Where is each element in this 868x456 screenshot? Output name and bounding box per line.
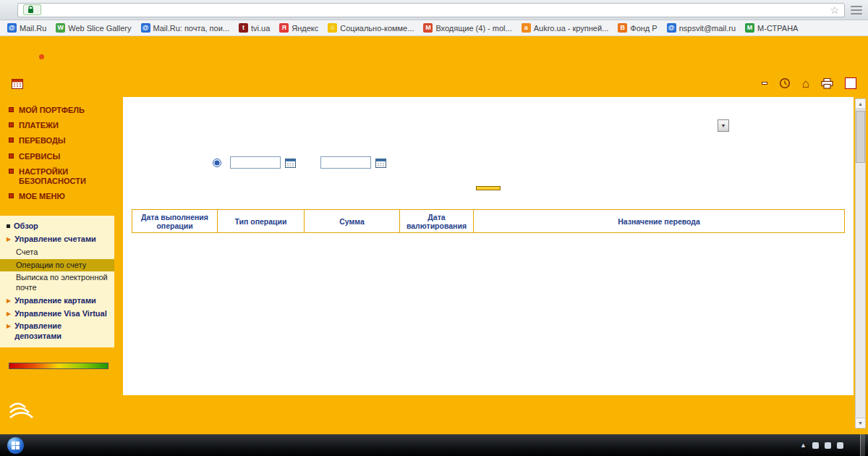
bookmark-item[interactable]: М М-СТРАНА: [745, 23, 798, 33]
date-range-radio[interactable]: [213, 159, 221, 167]
arrow-right-icon: ▶: [7, 323, 11, 330]
bullet-icon: [9, 193, 14, 198]
sidebar-submenu-item[interactable]: ▶ Управление счетами: [0, 233, 114, 246]
bookmark-item[interactable]: ☺ Социально-комме...: [328, 23, 414, 33]
bookmark-item[interactable]: t tvi.ua: [239, 23, 270, 33]
sidebar-menu-item[interactable]: МОЕ МЕНЮ: [0, 189, 123, 204]
system-tray: ▲: [800, 442, 856, 449]
bookmark-favicon-icon: W: [56, 23, 65, 33]
calendar-icon: [12, 78, 23, 89]
bookmark-item[interactable]: Я Яндекс: [279, 23, 318, 33]
arrow-right-icon: ▶: [7, 236, 11, 243]
taskbar: ▲: [0, 434, 868, 456]
bullet-icon: [9, 107, 14, 112]
sidebar-submenu: ▶ Обзор ▶ Управление счетами ▶: [0, 216, 114, 347]
date-to-calendar-icon[interactable]: [375, 158, 386, 168]
bookmark-item[interactable]: @ Mail.Ru: [7, 23, 46, 33]
arrow-right-icon: ▶: [7, 311, 11, 318]
sidebar-submenu-item[interactable]: ▶ Обзор: [0, 220, 114, 233]
scrollbar[interactable]: ▲ ▼: [855, 98, 866, 428]
date-to-input[interactable]: [320, 156, 371, 169]
ev-certificate-badge[interactable]: [23, 4, 41, 15]
bookmark-item[interactable]: W Web Slice Gallery: [56, 23, 131, 33]
table-header-cell: Дата выполнения операции: [132, 210, 218, 233]
lock-icon: [27, 6, 34, 14]
bullet-icon: [9, 138, 14, 143]
print-icon[interactable]: [821, 78, 833, 89]
bookmark-favicon-icon: @: [667, 23, 676, 33]
date-from-calendar-icon[interactable]: [285, 158, 296, 168]
scroll-down-icon[interactable]: ▼: [856, 418, 865, 428]
table-header-row: Дата выполнения операцииТип операцииСумм…: [132, 210, 845, 233]
bookmark-favicon-icon: @: [7, 23, 17, 33]
sidebar-submenu-item[interactable]: ▶ Операции по счету: [0, 259, 114, 272]
search-button[interactable]: [476, 186, 501, 190]
session-timer-bar: [9, 363, 109, 369]
account-row: ▼: [132, 119, 845, 132]
date-range-row: [213, 156, 845, 169]
sidebar-menu-item[interactable]: НАСТРОЙКИ БЕЗОПАСНОСТИ: [0, 164, 123, 189]
tray-icon[interactable]: [812, 442, 819, 449]
account-dropdown-icon[interactable]: ▼: [718, 119, 729, 132]
piraeus-bank-logo: [0, 401, 123, 434]
sidebar-submenu-item[interactable]: ▶ Выписка по электронной почте: [0, 271, 114, 295]
date-from-input[interactable]: [230, 156, 281, 169]
sidebar-submenu-item[interactable]: ▶ Управление депозитами: [0, 320, 114, 343]
tray-expand-icon[interactable]: ▲: [800, 442, 807, 449]
bookmark-item[interactable]: @ nspsvit@mail.ru: [667, 23, 736, 33]
bookmark-item[interactable]: B Фонд Р: [618, 23, 657, 33]
bookmark-star-icon[interactable]: ☆: [830, 4, 839, 16]
currency-calculator-icon[interactable]: [762, 82, 767, 85]
main-menu: МОЙ ПОРТФЕЛЬ ПЛАТЕЖИ ПЕРЕВОДЫ: [0, 103, 123, 204]
windows-start-button[interactable]: [7, 437, 24, 454]
sidebar-menu-item[interactable]: ПЕРЕВОДЫ: [0, 133, 123, 148]
scrollbar-thumb[interactable]: [856, 111, 865, 163]
browser-toolbar: ☆: [0, 0, 868, 20]
show-desktop-button[interactable]: [860, 434, 865, 456]
close-icon[interactable]: [845, 77, 856, 89]
sidebar-submenu-item[interactable]: ▶ Управление картами: [0, 295, 114, 308]
screen: ☆ @ Mail.Ru W Web Slice Gallery @ Mail.R…: [0, 0, 868, 456]
bookmark-favicon-icon: М: [745, 23, 754, 33]
bookmark-favicon-icon: M: [423, 23, 433, 33]
header-tools: ⌂: [750, 77, 856, 90]
bullet-icon: [9, 122, 14, 127]
square-bullet-icon: [7, 224, 10, 228]
bullet-icon: [9, 169, 14, 174]
transactions-table: Дата выполнения операцииТип операцииСумм…: [132, 209, 845, 233]
scroll-up-icon[interactable]: ▲: [856, 99, 865, 109]
piraeus-waves-icon: [9, 401, 33, 421]
home-icon[interactable]: ⌂: [802, 77, 809, 90]
bookmark-favicon-icon: B: [618, 23, 627, 33]
sidebar-menu-item[interactable]: СЕРВИСЫ: [0, 149, 123, 164]
bookmarks-bar: @ Mail.Ru W Web Slice Gallery @ Mail.Ru:…: [0, 20, 868, 36]
app-header: [0, 36, 868, 71]
bookmark-favicon-icon: a: [522, 23, 531, 33]
date-toolbar: ⌂: [0, 71, 868, 96]
bullet-icon: [9, 153, 14, 159]
bookmark-item[interactable]: M Входящие (4) - mol...: [423, 23, 511, 33]
browser-menu-icon[interactable]: [851, 6, 862, 14]
table-header-cell: Дата валютирования: [400, 210, 474, 233]
bookmark-item[interactable]: a Aukro.ua - крупней...: [522, 23, 609, 33]
bookmark-favicon-icon: t: [239, 23, 248, 33]
app-body: МОЙ ПОРТФЕЛЬ ПЛАТЕЖИ ПЕРЕВОДЫ: [0, 96, 868, 434]
winbank-app: ⌂ МОЙ ПОРТФЕЛЬ: [0, 36, 868, 434]
bookmark-favicon-icon: @: [141, 23, 150, 33]
arrow-right-icon: ▶: [7, 297, 11, 305]
sidebar-menu-item[interactable]: МОЙ ПОРТФЕЛЬ: [0, 103, 123, 118]
tray-icon[interactable]: [825, 442, 831, 449]
sidebar-menu-item[interactable]: ПЛАТЕЖИ: [0, 118, 123, 133]
history-clock-icon[interactable]: [779, 77, 791, 89]
transactions-panel: ▼: [123, 97, 854, 395]
address-bar[interactable]: ☆: [17, 3, 845, 17]
windows-logo-icon: [12, 442, 20, 449]
sidebar-submenu-item[interactable]: ▶ Счета: [0, 246, 114, 259]
tray-icon[interactable]: [837, 442, 843, 449]
bookmark-favicon-icon: ☺: [328, 23, 337, 33]
content-area: ▼: [123, 96, 868, 434]
bookmark-item[interactable]: @ Mail.Ru: почта, пои...: [141, 23, 230, 33]
table-header-cell: Сумма: [305, 210, 400, 233]
bookmark-favicon-icon: Я: [279, 23, 289, 33]
sidebar-submenu-item[interactable]: ▶ Управление Visa Virtual: [0, 308, 114, 321]
